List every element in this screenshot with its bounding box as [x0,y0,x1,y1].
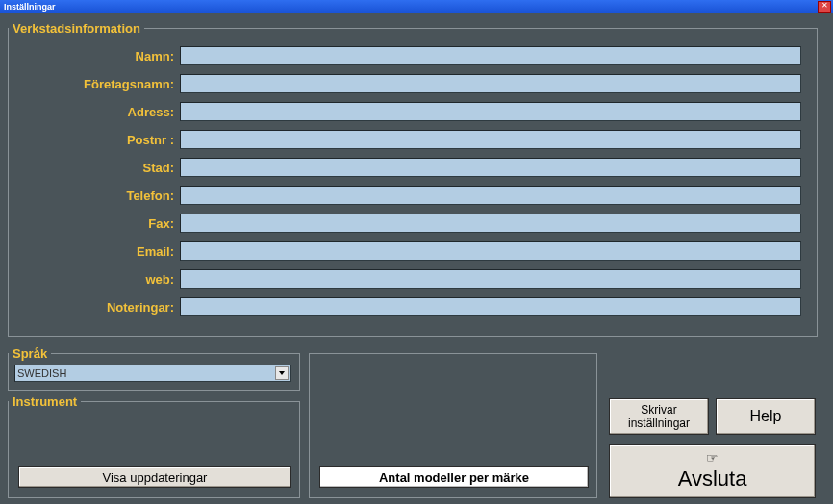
workspace: Verkstadsinformation Namn: Företagsnamn:… [0,13,833,504]
phone-field[interactable] [180,186,801,205]
instrument-legend: Instrument [9,394,81,409]
city-label: Stad: [24,161,180,175]
chevron-down-icon [275,366,289,380]
city-field[interactable] [180,158,801,177]
company-label: Företagsnamn: [24,77,180,91]
language-legend: Språk [9,346,51,361]
notes-label: Noteringar: [24,300,180,315]
name-field[interactable] [180,46,801,65]
svg-marker-0 [279,371,285,375]
workshop-info-group: Verkstadsinformation Namn: Företagsnamn:… [8,21,818,337]
window-title: Inställningar [2,2,56,12]
fax-label: Fax: [24,216,180,231]
models-per-brand-label: Antal modeller per märke [379,470,529,485]
show-updates-button[interactable]: Visa uppdateringar [18,466,291,488]
language-select[interactable]: SWEDISH [14,365,291,382]
workshop-info-legend: Verkstadsinformation [9,21,144,36]
name-label: Namn: [24,49,180,63]
fax-field[interactable] [180,214,801,233]
exit-button[interactable]: ☞ Avsluta [609,444,816,498]
postcode-label: Postnr : [24,133,180,147]
pointing-hand-icon: ☞ [706,451,719,465]
email-field[interactable] [180,241,801,261]
email-label: Email: [24,244,180,259]
instrument-group: Instrument Visa uppdateringar [8,394,300,498]
company-field[interactable] [180,74,801,93]
postcode-field[interactable] [180,130,801,149]
title-bar: Inställningar ✕ [0,0,833,13]
language-selected-value: SWEDISH [17,367,66,379]
printer-settings-button[interactable]: Skrivar inställningar [609,398,709,435]
help-button[interactable]: Help [716,398,816,435]
printer-settings-label-2: inställningar [628,416,690,430]
notes-field[interactable] [180,297,801,316]
web-label: web: [24,272,180,287]
exit-label: Avsluta [678,466,747,491]
printer-settings-label-1: Skrivar [641,403,676,416]
show-updates-label: Visa uppdateringar [103,470,208,485]
address-field[interactable] [180,102,801,121]
help-label: Help [750,408,782,425]
web-field[interactable] [180,269,801,289]
models-per-brand-button[interactable]: Antal modeller per märke [319,466,589,488]
mid-panel: Antal modeller per märke [309,353,597,498]
close-button[interactable]: ✕ [818,1,831,13]
phone-label: Telefon: [24,189,180,203]
language-group: Språk SWEDISH [8,346,300,391]
address-label: Adress: [24,105,180,119]
